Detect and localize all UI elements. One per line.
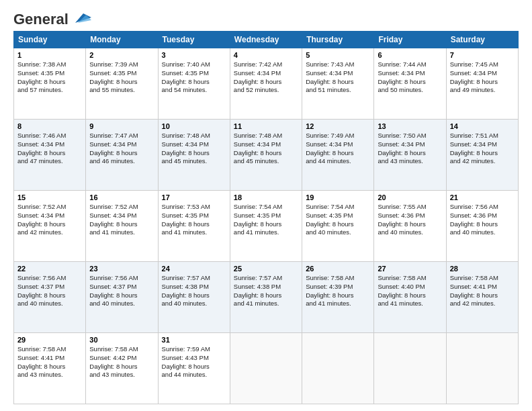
day-number: 2 [89,51,154,59]
day-number: 1 [17,51,82,59]
day-info: Sunrise: 7:50 AM Sunset: 4:34 PM Dayligh… [378,132,442,166]
calendar-cell: 7Sunrise: 7:45 AM Sunset: 4:34 PM Daylig… [446,48,518,120]
logo-icon [70,11,91,26]
calendar-cell: 17Sunrise: 7:53 AM Sunset: 4:35 PM Dayli… [158,191,230,262]
calendar-table: SundayMondayTuesdayWednesdayThursdayFrid… [13,31,519,404]
calendar-cell: 14Sunrise: 7:51 AM Sunset: 4:34 PM Dayli… [446,120,518,191]
calendar-header-thursday: Thursday [302,32,374,48]
calendar-header-friday: Friday [374,32,446,48]
day-info: Sunrise: 7:44 AM Sunset: 4:34 PM Dayligh… [378,60,442,95]
day-info: Sunrise: 7:45 AM Sunset: 4:34 PM Dayligh… [450,60,515,95]
calendar-cell: 8Sunrise: 7:46 AM Sunset: 4:34 PM Daylig… [14,120,86,191]
day-number: 9 [89,122,154,130]
calendar-cell: 15Sunrise: 7:52 AM Sunset: 4:34 PM Dayli… [14,191,86,262]
day-info: Sunrise: 7:57 AM Sunset: 4:38 PM Dayligh… [162,274,226,308]
calendar-cell: 30Sunrise: 7:58 AM Sunset: 4:42 PM Dayli… [86,333,158,404]
calendar-cell: 6Sunrise: 7:44 AM Sunset: 4:34 PM Daylig… [374,48,446,120]
day-number: 5 [306,51,370,59]
day-info: Sunrise: 7:49 AM Sunset: 4:34 PM Dayligh… [306,132,370,166]
day-info: Sunrise: 7:56 AM Sunset: 4:37 PM Dayligh… [89,274,154,308]
day-number: 10 [162,122,226,130]
calendar-cell [374,333,446,404]
day-info: Sunrise: 7:40 AM Sunset: 4:35 PM Dayligh… [162,60,226,95]
calendar-cell: 28Sunrise: 7:58 AM Sunset: 4:41 PM Dayli… [446,262,518,333]
day-info: Sunrise: 7:53 AM Sunset: 4:35 PM Dayligh… [162,203,226,237]
day-number: 14 [450,122,515,130]
day-number: 17 [162,193,226,201]
calendar-header-saturday: Saturday [446,32,518,48]
day-number: 12 [306,122,370,130]
calendar-cell: 29Sunrise: 7:58 AM Sunset: 4:41 PM Dayli… [14,333,86,404]
day-info: Sunrise: 7:58 AM Sunset: 4:41 PM Dayligh… [450,274,515,308]
calendar-cell: 11Sunrise: 7:48 AM Sunset: 4:34 PM Dayli… [230,120,302,191]
day-number: 26 [306,265,370,273]
day-info: Sunrise: 7:42 AM Sunset: 4:34 PM Dayligh… [234,60,298,95]
day-number: 27 [378,265,442,273]
day-info: Sunrise: 7:43 AM Sunset: 4:34 PM Dayligh… [306,60,370,95]
day-number: 4 [234,51,298,59]
calendar-header-monday: Monday [86,32,158,48]
day-info: Sunrise: 7:52 AM Sunset: 4:34 PM Dayligh… [89,203,154,237]
day-info: Sunrise: 7:58 AM Sunset: 4:42 PM Dayligh… [89,345,154,379]
calendar-cell [302,333,374,404]
day-number: 18 [234,193,298,201]
calendar-week-row-1: 1Sunrise: 7:38 AM Sunset: 4:35 PM Daylig… [14,48,519,120]
calendar-cell: 25Sunrise: 7:57 AM Sunset: 4:38 PM Dayli… [230,262,302,333]
day-number: 25 [234,265,298,273]
day-number: 19 [306,193,370,201]
day-info: Sunrise: 7:54 AM Sunset: 4:35 PM Dayligh… [306,203,370,237]
calendar-cell: 4Sunrise: 7:42 AM Sunset: 4:34 PM Daylig… [230,48,302,120]
calendar-header-wednesday: Wednesday [230,32,302,48]
day-info: Sunrise: 7:48 AM Sunset: 4:34 PM Dayligh… [234,132,298,166]
day-number: 3 [162,51,226,59]
day-number: 15 [17,193,82,201]
calendar-cell: 19Sunrise: 7:54 AM Sunset: 4:35 PM Dayli… [302,191,374,262]
calendar-cell: 10Sunrise: 7:48 AM Sunset: 4:34 PM Dayli… [158,120,230,191]
day-info: Sunrise: 7:38 AM Sunset: 4:35 PM Dayligh… [17,60,82,95]
day-number: 13 [378,122,442,130]
calendar-cell: 1Sunrise: 7:38 AM Sunset: 4:35 PM Daylig… [14,48,86,120]
calendar-cell: 13Sunrise: 7:50 AM Sunset: 4:34 PM Dayli… [374,120,446,191]
calendar-cell: 24Sunrise: 7:57 AM Sunset: 4:38 PM Dayli… [158,262,230,333]
day-info: Sunrise: 7:56 AM Sunset: 4:37 PM Dayligh… [17,274,82,308]
day-info: Sunrise: 7:58 AM Sunset: 4:40 PM Dayligh… [378,274,442,308]
calendar-cell: 3Sunrise: 7:40 AM Sunset: 4:35 PM Daylig… [158,48,230,120]
day-number: 29 [17,336,82,344]
calendar-cell: 16Sunrise: 7:52 AM Sunset: 4:34 PM Dayli… [86,191,158,262]
calendar-week-row-3: 15Sunrise: 7:52 AM Sunset: 4:34 PM Dayli… [14,191,519,262]
day-number: 21 [450,193,515,201]
calendar-cell: 2Sunrise: 7:39 AM Sunset: 4:35 PM Daylig… [86,48,158,120]
day-number: 7 [450,51,515,59]
day-info: Sunrise: 7:54 AM Sunset: 4:35 PM Dayligh… [234,203,298,237]
day-number: 22 [17,265,82,273]
day-number: 31 [162,336,226,344]
day-info: Sunrise: 7:47 AM Sunset: 4:34 PM Dayligh… [89,132,154,166]
day-info: Sunrise: 7:39 AM Sunset: 4:35 PM Dayligh… [89,60,154,95]
day-info: Sunrise: 7:46 AM Sunset: 4:34 PM Dayligh… [17,132,82,166]
day-number: 16 [89,193,154,201]
day-number: 30 [89,336,154,344]
calendar-cell: 22Sunrise: 7:56 AM Sunset: 4:37 PM Dayli… [14,262,86,333]
calendar-week-row-2: 8Sunrise: 7:46 AM Sunset: 4:34 PM Daylig… [14,120,519,191]
day-number: 24 [162,265,226,273]
calendar-cell: 27Sunrise: 7:58 AM Sunset: 4:40 PM Dayli… [374,262,446,333]
logo: General [13,11,91,24]
calendar-cell [230,333,302,404]
day-info: Sunrise: 7:57 AM Sunset: 4:38 PM Dayligh… [234,274,298,308]
day-info: Sunrise: 7:52 AM Sunset: 4:34 PM Dayligh… [17,203,82,237]
calendar-week-row-5: 29Sunrise: 7:58 AM Sunset: 4:41 PM Dayli… [14,333,519,404]
calendar-cell: 18Sunrise: 7:54 AM Sunset: 4:35 PM Dayli… [230,191,302,262]
day-number: 23 [89,265,154,273]
day-info: Sunrise: 7:56 AM Sunset: 4:36 PM Dayligh… [450,203,515,237]
day-number: 6 [378,51,442,59]
calendar-cell: 26Sunrise: 7:58 AM Sunset: 4:39 PM Dayli… [302,262,374,333]
calendar-header-tuesday: Tuesday [158,32,230,48]
header: General [13,11,519,24]
day-info: Sunrise: 7:58 AM Sunset: 4:41 PM Dayligh… [17,345,82,379]
calendar-cell: 5Sunrise: 7:43 AM Sunset: 4:34 PM Daylig… [302,48,374,120]
calendar-cell: 23Sunrise: 7:56 AM Sunset: 4:37 PM Dayli… [86,262,158,333]
calendar-cell: 12Sunrise: 7:49 AM Sunset: 4:34 PM Dayli… [302,120,374,191]
calendar-header-sunday: Sunday [14,32,86,48]
calendar-header-row: SundayMondayTuesdayWednesdayThursdayFrid… [14,32,519,48]
day-number: 20 [378,193,442,201]
